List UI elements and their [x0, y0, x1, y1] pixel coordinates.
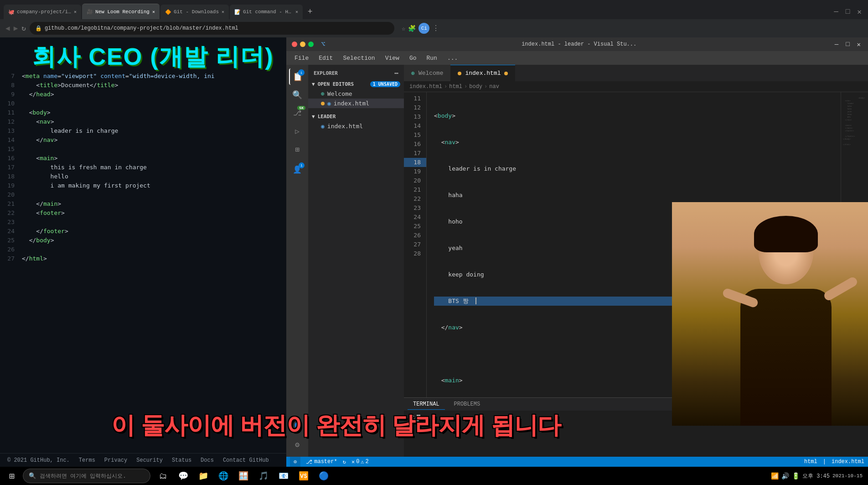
taskbar-chat[interactable]: 💬 — [173, 467, 193, 485]
profile-icon[interactable]: Ci — [418, 23, 429, 34]
terminal-tab-problems[interactable]: PROBLEMS — [449, 399, 486, 409]
menu-view[interactable]: View — [381, 53, 404, 63]
minimap-content: <body> <nav> leader haha hoho yeah keep … — [841, 92, 868, 151]
hackmd-tab-close[interactable]: ✕ — [295, 9, 298, 15]
taskbar-vscode[interactable]: 🆚 — [294, 467, 314, 485]
browser-toolbar-icons: ☆ 🧩 Ci ⋮ — [402, 23, 439, 34]
status-remote[interactable]: ⊙ — [290, 457, 300, 467]
refresh-button[interactable]: ↻ — [21, 24, 26, 33]
traffic-minimize[interactable] — [300, 42, 305, 47]
status-errors[interactable]: ✕ 0 ⚠ 2 — [351, 459, 369, 465]
minimize-browser[interactable]: — — [831, 7, 841, 17]
code-text-12: <nav> — [22, 117, 54, 126]
taskbar-edge[interactable]: 🌐 — [213, 467, 233, 485]
activity-source-control[interactable]: ⎇ 5K — [289, 105, 305, 121]
menu-edit[interactable]: Edit — [314, 53, 337, 63]
tab-github[interactable]: 🐙 company-project/index.html at ... ✕ — [4, 5, 81, 19]
forward-button[interactable]: ▶ — [14, 24, 18, 33]
status-sync[interactable]: ↻ — [343, 459, 346, 465]
footer-contact[interactable]: Contact GitHub — [223, 457, 269, 464]
start-button[interactable]: ⊞ — [2, 467, 22, 485]
vscode-window-max[interactable]: □ — [844, 41, 851, 48]
menu-file[interactable]: File — [290, 53, 313, 63]
open-file-indexhtml[interactable]: ◉ index.html — [308, 99, 404, 108]
traffic-maximize[interactable] — [308, 42, 314, 47]
breadcrumb-html[interactable]: html — [449, 83, 462, 90]
vscode-window-close[interactable]: ✕ — [855, 41, 863, 48]
terminal-tab-terminal[interactable]: TERMINAL — [408, 399, 445, 410]
person-hair — [754, 216, 818, 252]
editor-tab-indexhtml[interactable]: index.html — [450, 65, 515, 81]
taskbar: ⊞ 🔍 검색하려면 여기에 입력하십시오. 🗂 💬 📁 🌐 🪟 🎵 📧 🆚 🔵 … — [0, 467, 868, 485]
leader-indexhtml[interactable]: ◉ index.html — [308, 121, 404, 131]
footer-terms[interactable]: Terms — [79, 457, 95, 464]
github-tab-close[interactable]: ✕ — [74, 9, 77, 15]
menu-go[interactable]: Go — [405, 53, 421, 63]
tray-battery[interactable]: 🔋 — [792, 472, 800, 480]
footer-status[interactable]: Status — [172, 457, 191, 464]
leader-folder-header[interactable]: ▼ LEADER — [308, 112, 404, 121]
breadcrumb-file[interactable]: index.html — [409, 83, 442, 90]
tray-network[interactable]: 📶 — [771, 472, 779, 480]
extensions-icon[interactable]: 🧩 — [408, 25, 416, 32]
close-browser[interactable]: ✕ — [854, 6, 864, 17]
git-downloads-tab-close[interactable]: ✕ — [222, 9, 224, 15]
tab-git-downloads[interactable]: 🔶 Git - Downloads ✕ — [160, 5, 229, 19]
status-filename[interactable]: index.html — [832, 459, 864, 465]
line-num-18: 18 — [4, 172, 22, 181]
taskbar-task-view[interactable]: 🗂 — [153, 467, 173, 485]
activity-debug[interactable]: ▷ — [289, 123, 305, 140]
open-indexhtml-label: index.html — [334, 100, 369, 107]
taskbar-mail[interactable]: 📧 — [274, 467, 294, 485]
welcome-tab-icon: ⊕ — [321, 90, 325, 97]
new-tab-button[interactable]: + — [304, 5, 316, 18]
address-bar[interactable]: 🔒 github.com/legobitna/company-project/b… — [30, 22, 394, 35]
menu-selection[interactable]: Selection — [338, 53, 379, 63]
activity-extensions[interactable]: ⊞ — [289, 141, 305, 158]
taskbar-explorer[interactable]: 📁 — [193, 467, 213, 485]
errors-count: 0 — [356, 459, 359, 465]
taskbar-windows-security[interactable]: 🪟 — [233, 467, 253, 485]
loom-tab-label: New Loom Recording — [95, 9, 150, 15]
tab-hackmd[interactable]: 📝 Git command - HackMD ✕ — [230, 5, 303, 19]
vscode-menubar: File Edit Selection View Go Run ... — [286, 51, 868, 65]
vscode-window-min[interactable]: — — [833, 41, 840, 48]
status-branch[interactable]: ⎇ master* — [306, 459, 337, 465]
tray-sound[interactable]: 🔊 — [781, 472, 789, 480]
traffic-close[interactable] — [292, 42, 297, 47]
footer-security[interactable]: Security — [136, 457, 163, 464]
back-button[interactable]: ◀ — [5, 24, 10, 33]
activity-remote[interactable]: 👤 1 — [289, 162, 305, 178]
open-editors-header[interactable]: ▼ OPEN EDITORS 1 UNSAVED — [308, 79, 404, 89]
open-editors-section: ▼ OPEN EDITORS 1 UNSAVED ⊕ Welcome ◉ ind… — [308, 79, 404, 108]
open-file-welcome[interactable]: ⊕ Welcome — [308, 89, 404, 99]
main-area: 회사 CEO (개발 리더) 7 <meta name="viewport" c… — [0, 37, 868, 467]
subtitle-overlay: 이 둘사이에 버전이 완전히 달라지게 됩니다 — [0, 410, 672, 442]
taskbar-browser[interactable]: 🔵 — [314, 467, 334, 485]
menu-more[interactable]: ... — [443, 53, 462, 63]
taskbar-search[interactable]: 🔍 검색하려면 여기에 입력하십시오. — [23, 469, 150, 483]
line-num-20: 20 — [4, 190, 22, 199]
activity-search[interactable]: 🔍 — [289, 87, 305, 103]
code-line-7: 7 <meta name="viewport" content="width=d… — [0, 72, 286, 81]
browser-controls-right: — □ ✕ — [831, 6, 864, 19]
tab-loom[interactable]: 🎥 New Loom Recording ✕ — [82, 4, 160, 19]
gutter-22: 22 — [404, 194, 426, 203]
editor-tab-welcome[interactable]: ⊕ Welcome — [404, 65, 450, 81]
loom-tab-close[interactable]: ✕ — [152, 9, 155, 15]
footer-privacy[interactable]: Privacy — [104, 457, 127, 464]
star-icon[interactable]: ☆ — [402, 25, 405, 32]
explorer-more-icon[interactable]: ⋯ — [395, 69, 398, 77]
footer-docs[interactable]: Docs — [201, 457, 214, 464]
breadcrumb-body[interactable]: body — [469, 83, 482, 90]
source-control-badge: 5K — [297, 106, 305, 110]
menu-icon[interactable]: ⋮ — [432, 24, 439, 33]
maximize-browser[interactable]: □ — [843, 7, 853, 17]
activity-explorer[interactable]: 📋 1 — [289, 68, 305, 85]
breadcrumb-nav[interactable]: nav — [489, 83, 499, 90]
status-language[interactable]: html — [804, 459, 817, 465]
code-text-9: </head> — [22, 90, 54, 99]
code-line-8: 8 <title>Document</title> — [0, 81, 286, 90]
menu-run[interactable]: Run — [422, 53, 441, 63]
taskbar-spotify[interactable]: 🎵 — [253, 467, 274, 485]
